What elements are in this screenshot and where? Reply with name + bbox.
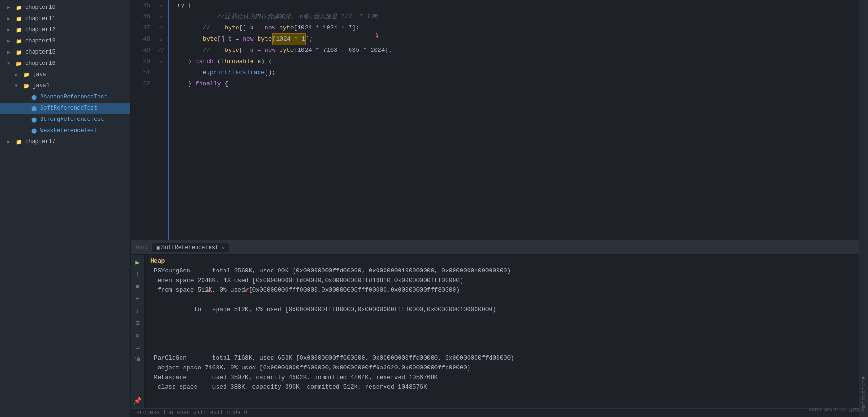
sidebar-item-chapter15[interactable]: ▶ 📁 chapter15 [0, 47, 130, 58]
code-line-51: e. printStackTrace (); [174, 67, 855, 78]
print-button[interactable]: ⊟ [132, 341, 143, 353]
sidebar-item-chapter12[interactable]: ▶ 📁 chapter12 [0, 24, 130, 35]
sidebar-item-java[interactable]: ▶ 📁 java [0, 69, 130, 80]
plain-indent [174, 56, 188, 67]
sidebar-item-chapter11[interactable]: ▶ 📁 chapter11 [0, 13, 130, 24]
code-line-48: byte [] b = new byte [1024 * 1 ]; ➘ [174, 34, 855, 45]
plain-indent [174, 78, 188, 90]
plain-text [254, 34, 258, 45]
sidebar-item-chapter17[interactable]: ▶ 📁 chapter17 [0, 136, 130, 147]
sidebar-item-label: StrongReferenceTest [40, 116, 104, 123]
sidebar-item-phantomreferencetest[interactable]: ⬤ PhantomReferenceTest [0, 91, 130, 103]
process-finished-text: Process finished with exit code 0 [136, 410, 247, 416]
file-tree: ▶ 📁 chapter10 ▶ 📁 chapter11 ▶ 📁 chapter1… [0, 0, 131, 417]
java-file-icon: ⬤ [30, 93, 38, 101]
sidebar-item-label: chapter15 [25, 49, 56, 56]
arrow-icon: ▶ [7, 139, 15, 145]
keyword-new: new [265, 45, 275, 56]
gutter-45: ◇ [154, 0, 168, 11]
arrow-icon: ▼ [7, 61, 15, 66]
output-psyounggen: PSYoungGen total 2560K, used 90K [0x0000… [150, 266, 853, 276]
sidebar-item-label: WeakReferenceTest [40, 127, 97, 134]
folder-icon: 📁 [15, 26, 23, 34]
folder-open-icon: 📂 [22, 82, 31, 90]
type-byte: byte [224, 45, 239, 56]
sidebar-item-chapter10[interactable]: ▶ 📁 chapter10 [0, 2, 130, 13]
close-tab-icon[interactable]: ✕ [221, 245, 224, 250]
code-content[interactable]: try { //让系统认为内存资源紧张、不够,最大值是 2/3 * 10M //… [170, 0, 859, 240]
sidebar-item-chapter16[interactable]: ▼ 📂 chapter16 [0, 58, 130, 69]
type-throwable: Throwable [221, 56, 253, 67]
method-printstacktrace: printStackTrace [210, 67, 265, 78]
plain-text: { [221, 78, 228, 90]
comment-content [210, 22, 224, 34]
output-metaspace: Metaspace used 3507K, capacity 4502K, co… [150, 373, 853, 383]
line-number-45: 45 [134, 0, 150, 11]
folder-open-icon: 📂 [15, 59, 23, 68]
output-to-space: to space 512K, 0% used [0x00000000fff800… [150, 295, 853, 354]
sidebar-item-label: chapter11 [25, 15, 56, 22]
structure-panel: Structure [859, 0, 868, 417]
keyword-try: try [174, 0, 184, 11]
terminal-icon: ▣ [157, 245, 160, 250]
arrow-icon: ▶ [7, 49, 15, 55]
comment-text: //让系统认为内存资源紧张、不够,最大值是 2/3 * 10M [174, 11, 378, 22]
tree-container: ▶ 📁 chapter10 ▶ 📁 chapter11 ▶ 📁 chapter1… [0, 0, 130, 417]
code-line-50: } catch ( Throwable e) { [174, 56, 855, 67]
plain-text: [1024 * 1024 * 7]; [294, 22, 359, 34]
folder-icon: 📁 [15, 37, 23, 45]
camera-button[interactable]: ⊡ [132, 317, 143, 328]
highlighted-code: [1024 * 1 [272, 33, 306, 45]
sidebar-item-label: chapter17 [25, 139, 56, 145]
keyword-finally: finally [196, 78, 221, 90]
run-button[interactable]: ▶ [132, 257, 143, 268]
run-label: Run: [134, 244, 148, 251]
line-number-47: 47 [134, 22, 150, 34]
plain-text: } [188, 56, 196, 67]
stop-button[interactable]: ■ [132, 281, 143, 292]
run-footer: Process finished with exit code 0 [131, 408, 859, 417]
sidebar-item-chapter13[interactable]: ▶ 📁 chapter13 [0, 35, 130, 47]
output-heap-header: Heap [150, 257, 853, 266]
java-file-icon: ⬤ [30, 104, 38, 112]
keyword-new: new [243, 34, 253, 45]
sort-button[interactable]: ⇅ [132, 329, 143, 341]
run-header: Run: ▣ SoftReferenceTest ✕ [131, 241, 859, 255]
output-eden-space: eden space 2048K, 4% used [0x00000000ffd… [150, 276, 853, 286]
run-tab[interactable]: ▣ SoftReferenceTest ✕ [152, 243, 229, 252]
folder-icon: 📁 [15, 138, 23, 146]
pin-button[interactable]: 📌 [132, 395, 143, 406]
sidebar-item-label: java [33, 71, 46, 78]
arrow-icon: ▶ [7, 16, 15, 21]
plain-text: ]; [306, 34, 313, 45]
sidebar-item-weakreferencetest[interactable]: ⬤ WeakReferenceTest [0, 125, 130, 136]
output-class-space: class space used 388K, capacity 390K, co… [150, 382, 853, 392]
comment-slash: // [203, 22, 210, 34]
sidebar-item-java1[interactable]: ▼ 📂 java1 [0, 80, 130, 91]
scroll-up-button[interactable]: ↑ [132, 269, 143, 280]
plain-text [174, 22, 203, 34]
sidebar-item-label: chapter12 [25, 27, 56, 33]
line-number-46: 46 [134, 11, 150, 22]
plain-text [275, 22, 279, 34]
sidebar-item-softreferencetest[interactable]: ⬤ SoftReferenceTest [0, 103, 130, 114]
code-line-49: // byte [] b = new byte [1024 * 7168 - 6… [174, 45, 855, 56]
run-toolbar: ▶ ↑ ■ ≡ ↓ ⊡ ⇅ ⊟ 🗑 📌 [131, 255, 145, 408]
gutter-52 [154, 78, 168, 90]
line-number-52: 52 [134, 78, 150, 90]
structure-label: Structure [861, 376, 867, 408]
code-editor: 45 46 47 48 49 50 51 52 ◇ ◇ // ◇ // ◇ tr… [131, 0, 859, 240]
run-body: ▶ ↑ ■ ≡ ↓ ⊡ ⇅ ⊟ 🗑 📌 Heap PSYoungGen tota… [131, 255, 859, 408]
plain-text: [] b = [217, 34, 243, 45]
sidebar-item-label: chapter13 [25, 38, 56, 44]
delete-button[interactable]: 🗑 [132, 354, 143, 365]
gutter-50: ◇ [154, 56, 168, 67]
comment-slash: // [203, 45, 210, 56]
scroll-down-button[interactable]: ↓ [132, 305, 143, 316]
plain-text: [1024 * 7168 - 635 * 1024]; [294, 45, 392, 56]
sidebar-item-label: chapter10 [25, 4, 56, 11]
output-object-space: object space 7168K, 9% used [0x00000000f… [150, 363, 853, 373]
rerun-button[interactable]: ≡ [132, 293, 143, 304]
sidebar-item-strongreferencetest[interactable]: ⬤ StrongReferenceTest [0, 114, 130, 125]
folder-icon: 📁 [15, 3, 23, 12]
